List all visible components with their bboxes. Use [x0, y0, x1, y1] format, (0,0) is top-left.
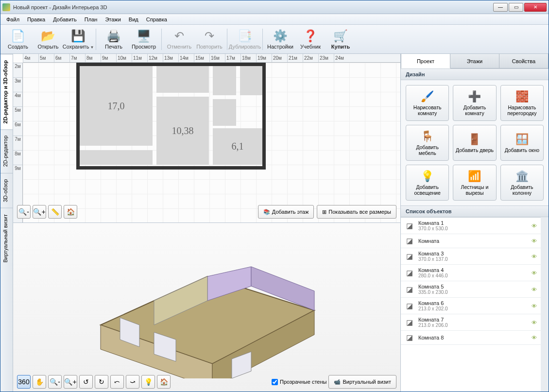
print-button[interactable]: 🖨️Печать	[99, 27, 128, 52]
settings-label: Настройки	[267, 44, 293, 50]
add-room-button[interactable]: ➕Добавить комнату	[453, 85, 496, 121]
open-button[interactable]: 📂Открыть	[34, 27, 63, 52]
room-1[interactable]: 17,0	[80, 66, 153, 146]
right-tab-Проект[interactable]: Проект	[401, 54, 450, 68]
tutorial-button[interactable]: ❓Учебник	[296, 27, 325, 52]
add-window-button[interactable]: 🪟Добавить окно	[500, 125, 544, 161]
visibility-toggle-icon[interactable]: 👁	[532, 223, 537, 229]
right-tab-Свойства[interactable]: Свойства	[499, 54, 549, 68]
room-2[interactable]: 10,38	[156, 97, 209, 165]
pan-button[interactable]: ✋	[33, 375, 46, 389]
zoom-out-3d-button[interactable]: 🔍-	[48, 375, 62, 389]
room-7[interactable]: 6,1	[213, 128, 262, 165]
plan-right-tools: 📚Добавить этаж ⊞Показывать все размеры	[258, 205, 396, 219]
visibility-toggle-icon[interactable]: 👁	[532, 287, 537, 292]
room-4[interactable]	[213, 66, 236, 95]
3d-view[interactable]: 360 ✋ 🔍- 🔍+ ↺ ↻ ⤺ ⤻ 💡 🏠 Прозрачные стены…	[13, 223, 400, 392]
object-item-6[interactable]: ◪Комната 7213.0 x 206.0👁	[401, 314, 541, 331]
object-item-0[interactable]: ◪Комната 1370.0 x 530.0👁	[401, 218, 541, 234]
menu-Файл[interactable]: Файл	[2, 15, 23, 24]
add-floor-button[interactable]: 📚Добавить этаж	[258, 205, 314, 219]
room-3[interactable]	[156, 66, 209, 93]
room-8[interactable]	[80, 150, 153, 165]
3d-scene[interactable]	[81, 238, 324, 378]
draw-room-button[interactable]: 🖌️Нарисовать комнату	[406, 85, 449, 121]
right-tab-Этажи[interactable]: Этажи	[450, 54, 499, 68]
visibility-toggle-icon[interactable]: 👁	[532, 238, 537, 244]
create-icon: 📄	[11, 29, 25, 43]
room-icon: ◪	[405, 302, 414, 310]
undo-button[interactable]: ↶Отменить	[165, 27, 194, 52]
zoom-out-button[interactable]: 🔍-	[17, 205, 31, 219]
titlebar: Новый проект - Дизайн Интерьера 3D — ▭ ✕	[0, 0, 549, 14]
transparent-walls-checkbox[interactable]: Прозрачные стены	[272, 379, 326, 385]
plan-zoom-tools: 🔍- 🔍+ 📏 🏠	[17, 205, 77, 219]
object-item-7[interactable]: ◪Комната 8👁	[401, 331, 541, 345]
floorplan[interactable]: 17,0 10,38 6,1	[76, 63, 266, 170]
home-button[interactable]: 🏠	[64, 205, 77, 219]
tilt-right-button[interactable]: ⤻	[126, 375, 139, 389]
objects-scrollbar[interactable]	[541, 217, 549, 392]
view-tab-2d[interactable]: 2D-редактор	[0, 129, 13, 172]
save-button[interactable]: 💾Сохранить▼	[64, 27, 93, 52]
view-tab-3d[interactable]: 3D-обзор	[0, 173, 13, 208]
close-button[interactable]: ✕	[524, 3, 547, 12]
menu-Вид[interactable]: Вид	[125, 15, 142, 24]
visibility-toggle-icon[interactable]: 👁	[532, 254, 537, 259]
virtual-visit-button[interactable]: 📹Виртуальный визит	[328, 375, 396, 389]
objects-list[interactable]: ◪Комната 1370.0 x 530.0👁◪Комната👁◪Комнат…	[401, 217, 541, 392]
view-tab-virtual[interactable]: Виртуальный визит	[0, 208, 13, 269]
rotate-ccw-button[interactable]: ↺	[79, 375, 93, 389]
menu-Этажи[interactable]: Этажи	[101, 15, 124, 24]
room-icon: ◪	[405, 269, 414, 277]
maximize-button[interactable]: ▭	[509, 3, 523, 12]
show-dimensions-button[interactable]: ⊞Показывать все размеры	[317, 205, 396, 219]
measure-button[interactable]: 📏	[48, 205, 62, 219]
dimensions-icon: ⊞	[322, 209, 326, 215]
add-door-button[interactable]: 🚪Добавить дверь	[453, 125, 496, 161]
object-item-2[interactable]: ◪Комната 3370.0 x 137.0👁	[401, 248, 541, 265]
zoom-in-button[interactable]: 🔍+	[33, 205, 46, 219]
object-item-4[interactable]: ◪Комната 5335.0 x 230.0👁	[401, 281, 541, 298]
object-item-1[interactable]: ◪Комната👁	[401, 234, 541, 248]
preview-button[interactable]: 🖥️Просмотр	[129, 27, 158, 52]
2d-editor-view[interactable]: 4м5м6м7м8м9м10м11м12м13м14м15м16м17м18м1…	[13, 54, 400, 223]
tilt-left-button[interactable]: ⤺	[110, 375, 124, 389]
tutorial-icon: ❓	[304, 29, 317, 43]
room-6[interactable]	[213, 99, 236, 126]
create-button[interactable]: 📄Создать	[3, 27, 33, 52]
menu-Правка[interactable]: Правка	[23, 15, 49, 24]
stairs-button[interactable]: 📶Лестницы и вырезы	[453, 165, 496, 201]
visibility-toggle-icon[interactable]: 👁	[532, 320, 537, 325]
view-tab-both[interactable]: 2D-редактор и 3D-обзор	[0, 54, 13, 129]
add-column-button[interactable]: 🏛️Добавить колонну	[500, 165, 544, 201]
redo-button[interactable]: ↷Повторить	[195, 27, 224, 52]
visibility-toggle-icon[interactable]: 👁	[532, 303, 537, 309]
home-3d-button[interactable]: 🏠	[157, 375, 171, 389]
zoom-in-3d-button[interactable]: 🔍+	[64, 375, 77, 389]
add-light-button[interactable]: 💡Добавить освещение	[406, 165, 449, 201]
add-furniture-button[interactable]: 🪑Добавить мебель	[406, 125, 449, 161]
object-item-3[interactable]: ◪Комната 4280.0 x 446.0👁	[401, 265, 541, 281]
menu-Добавить[interactable]: Добавить	[49, 15, 81, 24]
duplicate-button[interactable]: 📑Дублировать	[230, 27, 259, 52]
draw-wall-button[interactable]: 🧱Нарисовать перегородку	[500, 85, 544, 121]
minimize-button[interactable]: —	[493, 3, 508, 12]
menu-План[interactable]: План	[81, 15, 102, 24]
room-5[interactable]	[240, 66, 262, 95]
visibility-toggle-icon[interactable]: 👁	[532, 270, 537, 276]
360-button[interactable]: 360	[17, 375, 31, 389]
rotate-cw-button[interactable]: ↻	[95, 375, 108, 389]
menu-Справка[interactable]: Справка	[142, 15, 171, 24]
settings-button[interactable]: ⚙️Настройки	[266, 27, 295, 52]
visibility-toggle-icon[interactable]: 👁	[532, 335, 537, 341]
light-toggle-button[interactable]: 💡	[141, 375, 155, 389]
print-icon: 🖨️	[107, 29, 120, 43]
add-furniture-icon: 🪑	[421, 130, 434, 143]
object-item-5[interactable]: ◪Комната 6213.0 x 202.0👁	[401, 298, 541, 314]
camera-icon: 📹	[334, 379, 341, 385]
room-icon: ◪	[405, 285, 414, 294]
buy-button[interactable]: 🛒Купить	[326, 27, 355, 52]
room-icon: ◪	[405, 222, 414, 230]
redo-icon: ↷	[203, 29, 216, 43]
